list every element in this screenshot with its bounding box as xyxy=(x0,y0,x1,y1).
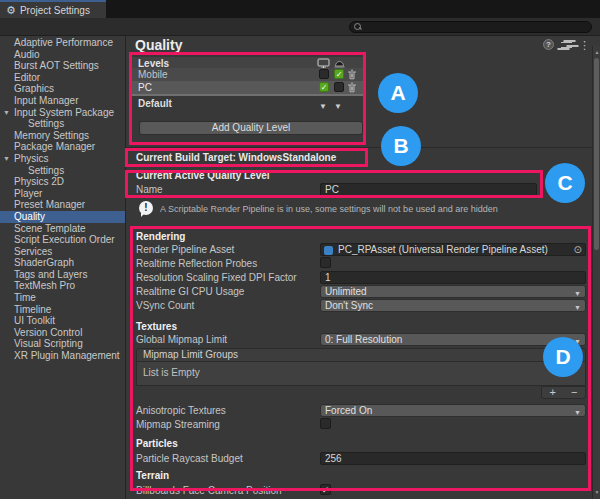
search-box[interactable] xyxy=(349,21,592,33)
search-icon xyxy=(354,23,362,31)
warning-icon: ! xyxy=(139,201,153,215)
trash-icon[interactable] xyxy=(347,69,357,80)
global-mipmap-limit-row: Global Mipmap Limit 0: Full Resolution ▼ xyxy=(126,333,586,346)
vsync-count-dropdown[interactable]: Don't Sync ▼ xyxy=(320,299,586,312)
vertical-scrollbar[interactable]: ▲ ▼ xyxy=(592,46,600,499)
annotation-marker-b: B xyxy=(381,126,421,166)
mobile-second-checkbox[interactable]: ✓ xyxy=(334,69,344,79)
default-quality-row: Default ▼ ▼ xyxy=(132,96,364,112)
quality-level-row-mobile[interactable]: Mobile ✓ xyxy=(132,68,364,81)
sidebar-item-time[interactable]: Time xyxy=(0,292,125,304)
urp-asset-icon xyxy=(324,246,333,255)
sidebar-item-quality[interactable]: Quality xyxy=(0,211,125,223)
add-list-item-button[interactable]: + xyxy=(542,387,564,398)
sidebar-item-physics-settings[interactable]: Settings xyxy=(0,165,125,177)
sidebar-item-textmesh-pro[interactable]: TextMesh Pro xyxy=(0,280,125,292)
sidebar-item-services[interactable]: Services xyxy=(0,246,125,258)
billboards-face-camera-checkbox[interactable]: ✓ xyxy=(320,484,331,495)
name-label: Name xyxy=(136,184,163,195)
annotation-marker-d: D xyxy=(543,337,583,377)
sidebar-item-audio[interactable]: Audio xyxy=(0,49,125,61)
annotation-marker-a: A xyxy=(378,73,418,113)
gear-icon: ⚙ xyxy=(6,5,16,16)
sidebar-item-shadergraph[interactable]: ShaderGraph xyxy=(0,257,125,269)
mipmap-limit-groups-list: List is Empty xyxy=(136,362,586,386)
quality-level-row-pc[interactable]: PC ✓ xyxy=(132,81,364,94)
settings-toolbar xyxy=(0,18,600,36)
resolution-scaling-field[interactable]: 1 xyxy=(320,271,586,284)
pc-desktop-checkbox[interactable]: ✓ xyxy=(319,82,329,92)
settings-category-list: Adaptive Performance Audio Burst AOT Set… xyxy=(0,36,126,499)
project-settings-window: ⚙ Project Settings Adaptive Performance … xyxy=(0,0,600,499)
scroll-down-icon[interactable]: ▼ xyxy=(593,489,600,495)
search-input[interactable] xyxy=(365,22,575,32)
trash-icon[interactable] xyxy=(347,82,357,93)
more-menu-icon[interactable]: ⋮ xyxy=(579,40,590,50)
sidebar-item-xr-plugin-management[interactable]: XR Plugin Management xyxy=(0,350,125,362)
sidebar-item-input-system-package[interactable]: ▼Input System Package xyxy=(0,107,125,119)
sidebar-item-timeline[interactable]: Timeline xyxy=(0,304,125,316)
render-pipeline-asset-row: Render Pipeline Asset PC_RPAsset (Univer… xyxy=(126,243,586,256)
sidebar-item-input-manager[interactable]: Input Manager xyxy=(0,95,125,107)
billboards-face-camera-row: Billboards Face Camera Position ✓ xyxy=(126,484,586,497)
mobile-desktop-checkbox[interactable] xyxy=(319,69,329,79)
srp-warning: ! A Scriptable Render Pipeline is in use… xyxy=(139,201,589,219)
sidebar-item-input-system-settings[interactable]: Settings xyxy=(0,118,125,130)
realtime-gi-cpu-usage-row: Realtime GI CPU Usage Unlimited ▼ xyxy=(126,285,586,298)
sidebar-item-memory-settings[interactable]: Memory Settings xyxy=(0,130,125,142)
sidebar-item-package-manager[interactable]: Package Manager xyxy=(0,141,125,153)
sidebar-item-script-execution-order[interactable]: Script Execution Order xyxy=(0,234,125,246)
scrollbar-thumb[interactable] xyxy=(594,58,599,250)
object-picker-icon[interactable]: ⊙ xyxy=(574,244,582,256)
default-second-dropdown-icon[interactable]: ▼ xyxy=(334,99,342,115)
annotation-marker-c: C xyxy=(545,163,585,203)
pc-second-checkbox[interactable] xyxy=(334,82,344,92)
sidebar-item-version-control[interactable]: Version Control xyxy=(0,327,125,339)
particle-raycast-budget-row: Particle Raycast Budget 256 xyxy=(126,452,586,465)
foldout-icon[interactable]: ▼ xyxy=(3,153,10,165)
sidebar-item-adaptive-performance[interactable]: Adaptive Performance xyxy=(0,37,125,49)
tab-title: Project Settings xyxy=(20,5,90,16)
sidebar-item-scene-template[interactable]: Scene Template xyxy=(0,223,125,235)
sidebar-item-graphics[interactable]: Graphics xyxy=(0,83,125,95)
textures-section-title: Textures xyxy=(136,321,177,332)
mipmap-limit-groups-header[interactable]: Mipmap Limit Groups xyxy=(136,348,586,362)
dropdown-arrow-icon: ▼ xyxy=(574,288,581,299)
add-quality-level-button[interactable]: Add Quality Level xyxy=(139,121,363,135)
realtime-reflection-probes-row: Realtime Reflection Probes xyxy=(126,257,586,270)
remove-list-item-button[interactable]: − xyxy=(564,387,586,398)
sidebar-item-player[interactable]: Player xyxy=(0,188,125,200)
foldout-icon[interactable]: ▼ xyxy=(3,107,10,119)
terrain-section-title: Terrain xyxy=(136,470,169,481)
header-icons: ? ⋮ xyxy=(543,39,590,50)
sidebar-item-preset-manager[interactable]: Preset Manager xyxy=(0,199,125,211)
anisotropic-textures-row: Anisotropic Textures Forced On ▼ xyxy=(126,404,586,417)
default-desktop-dropdown-icon[interactable]: ▼ xyxy=(319,99,327,115)
dropdown-arrow-icon: ▼ xyxy=(574,407,581,418)
page-title: Quality xyxy=(135,37,182,53)
sidebar-item-editor[interactable]: Editor xyxy=(0,72,125,84)
particle-raycast-budget-field[interactable]: 256 xyxy=(320,452,586,465)
sidebar-item-physics[interactable]: ▼Physics xyxy=(0,153,125,165)
current-active-quality-level-heading: Current Active Quality Level xyxy=(136,170,270,181)
tab-project-settings[interactable]: ⚙ Project Settings xyxy=(0,0,106,18)
realtime-gi-cpu-usage-dropdown[interactable]: Unlimited ▼ xyxy=(320,285,586,298)
mipmap-limit-groups-footer: + − xyxy=(541,386,586,399)
vsync-count-row: VSync Count Don't Sync ▼ xyxy=(126,299,586,312)
mipmap-streaming-checkbox[interactable] xyxy=(320,418,331,429)
render-pipeline-asset-field[interactable]: PC_RPAsset (Universal Render Pipeline As… xyxy=(320,243,586,256)
particles-section-title: Particles xyxy=(136,438,178,449)
name-row: Name PC xyxy=(126,183,586,196)
sidebar-item-physics-2d[interactable]: Physics 2D xyxy=(0,176,125,188)
name-field[interactable]: PC xyxy=(320,183,537,196)
help-icon[interactable]: ? xyxy=(543,39,554,50)
sidebar-item-burst-aot-settings[interactable]: Burst AOT Settings xyxy=(0,60,125,72)
sidebar-item-tags-and-layers[interactable]: Tags and Layers xyxy=(0,269,125,281)
scroll-up-icon[interactable]: ▲ xyxy=(593,49,600,55)
sidebar-item-ui-toolkit[interactable]: UI Toolkit xyxy=(0,315,125,327)
warning-text: A Scriptable Render Pipeline is in use, … xyxy=(160,204,498,214)
anisotropic-textures-dropdown[interactable]: Forced On ▼ xyxy=(320,404,586,417)
sidebar-item-visual-scripting[interactable]: Visual Scripting xyxy=(0,338,125,350)
realtime-reflection-probes-checkbox[interactable] xyxy=(320,257,331,268)
preset-icon[interactable] xyxy=(561,40,572,50)
